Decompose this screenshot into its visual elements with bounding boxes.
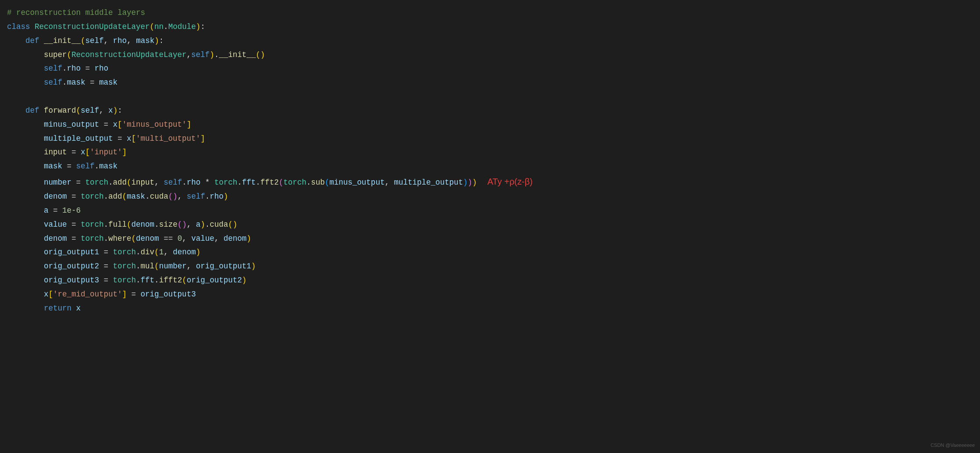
forward-def: def forward(self, x): bbox=[7, 106, 122, 115]
number-line: number = torch.add(input, self.rho * tor… bbox=[7, 178, 533, 187]
value-line: value = torch.full(denom.size(), a).cuda… bbox=[7, 220, 237, 229]
x-assign-line: x['re_mid_output'] = orig_output3 bbox=[7, 290, 196, 299]
orig2-line: orig_output2 = torch.mul(number, orig_ou… bbox=[7, 262, 256, 271]
denom-where-line: denom = torch.where(denom == 0, value, d… bbox=[7, 234, 251, 243]
comment-line: # reconstruction middle layers bbox=[7, 8, 145, 17]
code-block: # reconstruction middle layers class Rec… bbox=[7, 6, 973, 316]
orig3-line: orig_output3 = torch.fft.ifft2(orig_outp… bbox=[7, 276, 246, 285]
orig1-line: orig_output1 = torch.div(1, denom) bbox=[7, 248, 200, 257]
init-def: def __init__(self, rho, mask): bbox=[7, 36, 164, 45]
mask-assign: self.mask = mask bbox=[7, 78, 118, 87]
annotation-formula: ATy +ρ(z-β) bbox=[487, 177, 532, 186]
rho-assign: self.rho = rho bbox=[7, 64, 108, 73]
a-line: a = 1e-6 bbox=[7, 206, 81, 215]
mask-line: mask = self.mask bbox=[7, 162, 118, 171]
class-def: class ReconstructionUpdateLayer(nn.Modul… bbox=[7, 22, 205, 31]
multiple-output-line: multiple_output = x['multi_output'] bbox=[7, 134, 205, 143]
minus-output-line: minus_output = x['minus_output'] bbox=[7, 120, 191, 129]
input-line: input = x['input'] bbox=[7, 148, 127, 157]
return-line: return x bbox=[7, 304, 81, 313]
super-call: super(ReconstructionUpdateLayer,self).__… bbox=[7, 50, 265, 59]
denom-line: denom = torch.add(mask.cuda(), self.rho) bbox=[7, 192, 228, 201]
